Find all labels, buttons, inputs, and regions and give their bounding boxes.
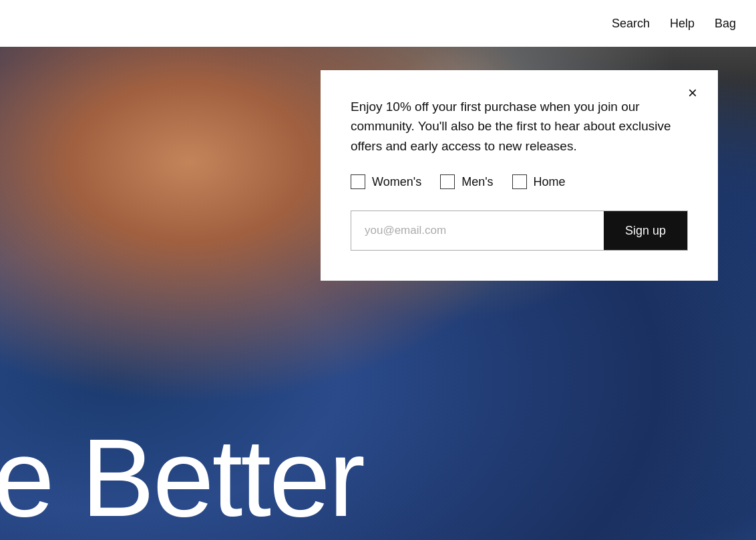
hero-text: e Better: [0, 423, 363, 533]
checkbox-mens-input[interactable]: [440, 174, 455, 189]
search-nav-item[interactable]: Search: [612, 17, 650, 31]
checkbox-womens-input[interactable]: [351, 174, 365, 189]
checkbox-home[interactable]: Home: [512, 174, 566, 189]
checkboxes-row: Women's Men's Home: [351, 174, 688, 189]
modal-body-text: Enjoy 10% off your first purchase when y…: [351, 97, 688, 156]
checkbox-home-input[interactable]: [512, 174, 527, 189]
checkbox-womens[interactable]: Women's: [351, 174, 421, 189]
checkbox-womens-label: Women's: [372, 175, 421, 189]
checkbox-mens[interactable]: Men's: [440, 174, 493, 189]
checkbox-home-label: Home: [534, 175, 566, 189]
signup-button[interactable]: Sign up: [604, 211, 687, 250]
help-nav-item[interactable]: Help: [670, 17, 695, 31]
modal-close-button[interactable]: ×: [682, 82, 703, 104]
checkbox-mens-label: Men's: [461, 175, 493, 189]
email-row: Sign up: [351, 211, 688, 251]
modal-popup: × Enjoy 10% off your first purchase when…: [321, 70, 718, 281]
navbar: Search Help Bag: [0, 0, 756, 47]
bag-nav-item[interactable]: Bag: [715, 17, 736, 31]
email-input[interactable]: [351, 211, 604, 250]
